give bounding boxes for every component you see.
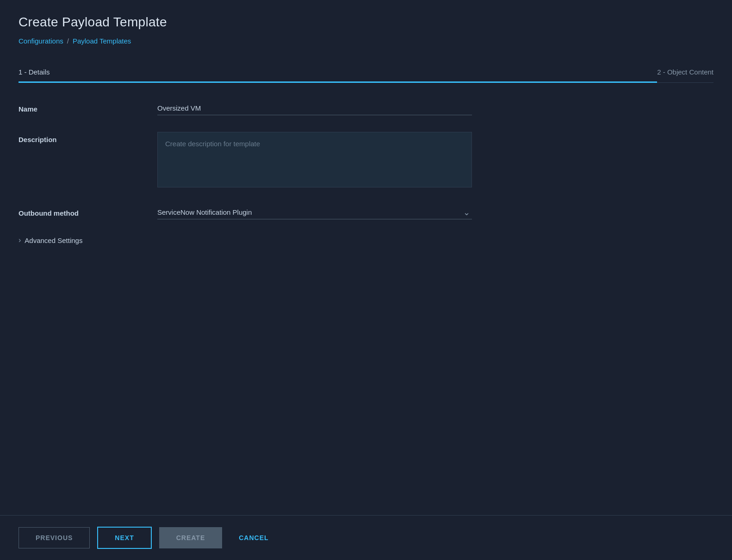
breadcrumb: Configurations / Payload Templates xyxy=(19,37,713,45)
tabs-container: 1 - Details 2 - Object Content xyxy=(19,62,713,83)
outbound-method-row: Outbound method ServiceNow Notification … xyxy=(19,205,472,219)
name-label: Name xyxy=(19,101,157,113)
advanced-settings-toggle[interactable]: › Advanced Settings xyxy=(19,236,472,244)
description-row: Description xyxy=(19,132,472,189)
form-section: Name Description Outbound method Service… xyxy=(19,101,472,244)
outbound-method-control: ServiceNow Notification PluginEmailWebho… xyxy=(157,205,472,219)
name-control xyxy=(157,101,472,115)
tab-object-content[interactable]: 2 - Object Content xyxy=(657,62,713,82)
name-input[interactable] xyxy=(157,101,472,115)
tab-details[interactable]: 1 - Details xyxy=(19,62,657,82)
name-row: Name xyxy=(19,101,472,115)
description-textarea[interactable] xyxy=(157,132,472,187)
advanced-settings-label: Advanced Settings xyxy=(25,236,82,244)
breadcrumb-separator: / xyxy=(67,37,69,45)
description-label: Description xyxy=(19,132,157,143)
create-button[interactable]: CREATE xyxy=(159,527,223,548)
breadcrumb-configurations[interactable]: Configurations xyxy=(19,37,63,45)
outbound-method-label: Outbound method xyxy=(19,205,157,217)
next-button[interactable]: NEXT xyxy=(97,527,151,549)
footer-buttons: PREVIOUS NEXT CREATE CANCEL xyxy=(0,515,732,560)
page-title: Create Payload Template xyxy=(19,15,713,30)
outbound-method-select-wrap: ServiceNow Notification PluginEmailWebho… xyxy=(157,205,472,219)
cancel-button[interactable]: CANCEL xyxy=(230,528,278,548)
previous-button[interactable]: PREVIOUS xyxy=(19,527,90,548)
chevron-right-icon: › xyxy=(19,236,21,244)
outbound-method-select[interactable]: ServiceNow Notification PluginEmailWebho… xyxy=(157,205,472,219)
breadcrumb-payload-templates[interactable]: Payload Templates xyxy=(73,37,131,45)
description-control xyxy=(157,132,472,189)
